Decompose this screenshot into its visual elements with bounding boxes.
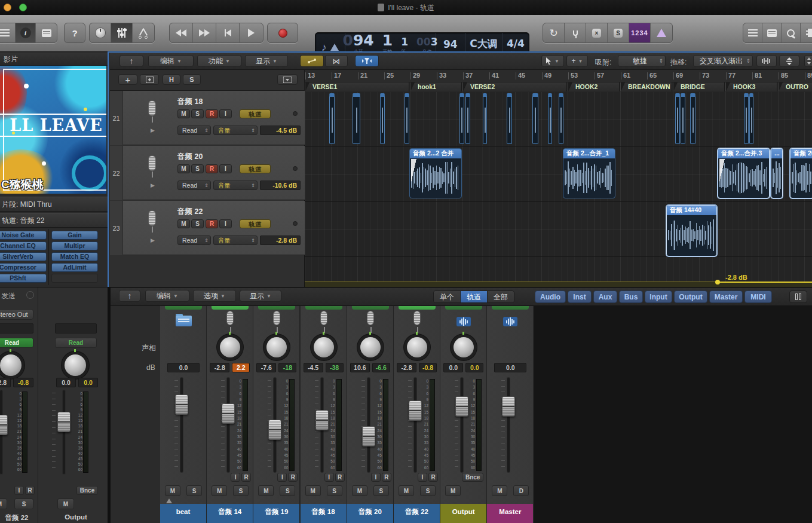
folder-open-arrow[interactable] — [166, 498, 172, 503]
plugin-slot[interactable]: Compressor — [0, 263, 47, 272]
mixer-view-单个[interactable]: 单个 — [434, 291, 461, 302]
audio-region-short[interactable] — [532, 93, 538, 144]
track-stack-button[interactable]: 轨道 — [240, 219, 271, 228]
track-name[interactable]: 音频 18 — [177, 97, 203, 107]
db-value[interactable]: 0.0 — [167, 363, 200, 372]
audio-region-short[interactable] — [380, 93, 385, 144]
db-value[interactable]: -4.5 — [304, 363, 323, 372]
fader-cap[interactable] — [0, 415, 8, 435]
gain-reduction-value[interactable]: 0.0 — [465, 363, 483, 372]
arrange-area[interactable]: -2.8 dB 音频 2...2 合并音频 2...合并_1音频 2...合并.… — [305, 92, 812, 287]
view-menu[interactable]: 显示▼ — [245, 55, 288, 67]
input-monitor-button-1[interactable]: I — [14, 486, 24, 495]
audio-region-short[interactable] — [749, 93, 753, 144]
record-enable-button[interactable]: R — [241, 473, 251, 482]
automation-button[interactable] — [300, 55, 324, 67]
mixer-icon[interactable] — [111, 23, 133, 42]
plugin-slot[interactable]: SilverVerb — [0, 252, 47, 261]
input-monitor-button[interactable]: I — [418, 473, 427, 482]
audio-region[interactable]: 音频 14#40 — [666, 205, 717, 256]
input-monitor-button[interactable]: I — [219, 219, 232, 228]
bounce-button[interactable]: Bnce — [462, 473, 483, 482]
filter-midi[interactable]: MIDI — [744, 290, 772, 303]
fader-track[interactable] — [367, 378, 370, 472]
loop-browser-icon[interactable] — [782, 23, 801, 42]
stop-button[interactable] — [216, 23, 240, 42]
channel-name[interactable]: beat — [160, 504, 206, 523]
pointer-tool-menu[interactable]: ▼ — [541, 55, 564, 67]
group-slot-2[interactable] — [55, 323, 97, 334]
audio-region-short[interactable] — [559, 93, 563, 144]
marker-breakdown[interactable]: BREAKDOWN — [620, 82, 672, 91]
fader-cap[interactable] — [315, 410, 329, 430]
record-enable-button[interactable]: R — [288, 473, 298, 482]
fader-track[interactable] — [227, 378, 229, 472]
mixer-columns-icon[interactable] — [789, 290, 807, 303]
mute-button[interactable]: M — [258, 485, 274, 496]
input-monitor-button[interactable]: I — [277, 473, 287, 482]
track-on-indicator[interactable] — [293, 166, 298, 171]
bar-ruler[interactable]: 1317212529333741454953576165697377818589 — [305, 70, 812, 82]
db-value[interactable]: 10.6 — [350, 363, 370, 372]
disclosure-triangle[interactable]: ▶ — [151, 182, 155, 188]
filter-master[interactable]: Master — [709, 290, 743, 303]
automation-mode-1[interactable]: Read — [0, 338, 33, 348]
automation-mode-dropdown[interactable]: Read — [177, 235, 211, 245]
snap-dropdown[interactable]: 敏捷 — [618, 55, 666, 67]
track-db-value[interactable]: -10.6 dB — [260, 181, 301, 190]
mixer-strip-音频 14[interactable]: -2.82.203691215182124303540455060IRMS音频 … — [207, 306, 253, 523]
gain-reduction-value[interactable]: -38 — [326, 363, 344, 372]
automation-read-partial[interactable] — [305, 306, 342, 310]
audio-region-short[interactable] — [329, 93, 335, 144]
mute-button[interactable]: M — [305, 485, 321, 496]
channel-name[interactable]: 音频 20 — [347, 504, 393, 523]
track-name[interactable]: 音频 20 — [177, 152, 203, 162]
editors-scissors-icon[interactable] — [133, 23, 154, 42]
filter-inst[interactable]: Inst — [568, 290, 592, 303]
mixer-strip-音频 20[interactable]: 10.6-6.603691215182124303540455060IRMS音频… — [347, 306, 394, 523]
functions-menu[interactable]: 功能▼ — [197, 55, 241, 67]
gain-reduction-value[interactable]: -18 — [278, 363, 296, 372]
edit-menu[interactable]: 编辑▼ — [148, 55, 194, 67]
plugin-slot[interactable]: AdLimit — [51, 263, 98, 272]
mixer-strip-Output[interactable]: 0.00.003691215182124303540455060BnceMOut… — [440, 306, 487, 523]
channel-name[interactable]: 音频 19 — [253, 504, 299, 523]
audio-region[interactable]: 音频 2...合并.3 — [718, 148, 770, 198]
mixer-strip-音频 19[interactable]: -7.6-1803691215182124303540455060IRMS音频 … — [253, 306, 300, 523]
mute-button[interactable]: M — [399, 485, 414, 496]
input-monitor-button[interactable]: I — [231, 473, 240, 482]
record-enable-button[interactable]: R — [428, 473, 438, 482]
filter-bus[interactable]: Bus — [619, 290, 643, 303]
quick-help-panel-icon[interactable] — [36, 23, 57, 42]
fader-cap[interactable] — [268, 420, 281, 440]
mute-button[interactable]: M — [352, 485, 367, 496]
back-arrow-button[interactable]: ↑ — [119, 55, 143, 67]
fader-track[interactable] — [414, 378, 416, 472]
record-enable-button[interactable]: R — [335, 473, 345, 482]
pan-value-1[interactable]: -2.8 — [0, 378, 11, 387]
movie-thumbnail[interactable]: LL LEAVE C猕猴桃 — [0, 66, 106, 194]
rewind-button[interactable] — [170, 23, 193, 42]
solo-mode-icon[interactable]: S — [608, 23, 629, 42]
fader-cap[interactable] — [409, 400, 422, 421]
solo-button[interactable]: S — [233, 485, 249, 496]
plugin-slot[interactable]: Gain — [51, 231, 98, 240]
channel-name[interactable]: Output — [440, 504, 486, 523]
automation-read-partial[interactable] — [258, 306, 295, 310]
channel-name[interactable]: Master — [487, 504, 533, 523]
channel-name[interactable]: 音频 22 — [394, 504, 440, 523]
automation-param-dropdown[interactable]: 音量 — [213, 181, 258, 190]
automation-read-partial[interactable] — [399, 306, 436, 310]
marker-hook2[interactable]: HOOK2 — [568, 82, 620, 91]
gain-reduction-value[interactable]: -6.6 — [372, 363, 390, 372]
strip-name-2[interactable]: Output — [55, 513, 97, 521]
sends-knob-placeholder[interactable] — [26, 291, 34, 299]
vertical-auto-zoom-button[interactable] — [779, 55, 799, 67]
fader-cap[interactable] — [57, 412, 71, 432]
pan-knob[interactable] — [407, 337, 427, 357]
mixer-strip-Master[interactable]: 0.0MDMaster — [487, 306, 534, 523]
mixer-strip-音频 18[interactable]: -4.5-3803691215182124303540455060IRMS音频 … — [301, 306, 347, 523]
input-monitor-button[interactable]: I — [324, 473, 334, 482]
fader-cap[interactable] — [175, 394, 188, 415]
automation-read-partial[interactable] — [492, 306, 529, 310]
